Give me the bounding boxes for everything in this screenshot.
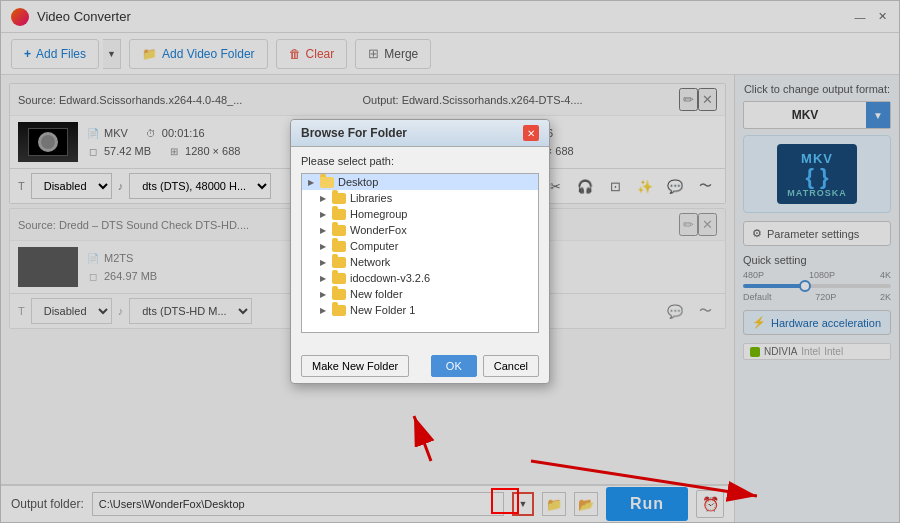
tree-label-network: Network bbox=[350, 256, 390, 268]
tree-label-wonderfox: WonderFox bbox=[350, 224, 407, 236]
folder-icon-newfolder1 bbox=[332, 305, 346, 316]
folder-tree[interactable]: ▶ Desktop ▶ Libraries ▶ Homegroup bbox=[301, 173, 539, 333]
folder-icon-idocdown bbox=[332, 273, 346, 284]
folder-icon-newfolder bbox=[332, 289, 346, 300]
tree-item-newfolder1[interactable]: ▶ New Folder 1 bbox=[302, 302, 538, 318]
tree-arrow-homegroup: ▶ bbox=[320, 210, 328, 219]
tree-arrow: ▶ bbox=[308, 178, 316, 187]
modal-header: Browse For Folder ✕ bbox=[291, 120, 549, 147]
folder-icon-desktop bbox=[320, 177, 334, 188]
tree-label-newfolder1: New Folder 1 bbox=[350, 304, 415, 316]
modal-body: Please select path: ▶ Desktop ▶ Librarie… bbox=[291, 147, 549, 349]
tree-arrow-newfolder1: ▶ bbox=[320, 306, 328, 315]
tree-label-newfolder: New folder bbox=[350, 288, 403, 300]
tree-item-libraries[interactable]: ▶ Libraries bbox=[302, 190, 538, 206]
tree-label-computer: Computer bbox=[350, 240, 398, 252]
modal-title: Browse For Folder bbox=[301, 126, 407, 140]
folder-icon-wonderfox bbox=[332, 225, 346, 236]
tree-arrow-newfolder: ▶ bbox=[320, 290, 328, 299]
tree-item-idocdown[interactable]: ▶ idocdown-v3.2.6 bbox=[302, 270, 538, 286]
cancel-button[interactable]: Cancel bbox=[483, 355, 539, 377]
tree-label-homegroup: Homegroup bbox=[350, 208, 407, 220]
tree-item-newfolder[interactable]: ▶ New folder bbox=[302, 286, 538, 302]
folder-icon-computer bbox=[332, 241, 346, 252]
modal-path-label: Please select path: bbox=[301, 155, 539, 167]
modal-close-button[interactable]: ✕ bbox=[523, 125, 539, 141]
tree-item-desktop[interactable]: ▶ Desktop bbox=[302, 174, 538, 190]
tree-item-wonderfox[interactable]: ▶ WonderFox bbox=[302, 222, 538, 238]
folder-icon-network bbox=[332, 257, 346, 268]
modal-footer: Make New Folder OK Cancel bbox=[291, 349, 549, 383]
tree-item-homegroup[interactable]: ▶ Homegroup bbox=[302, 206, 538, 222]
folder-icon-libraries bbox=[332, 193, 346, 204]
tree-arrow-computer: ▶ bbox=[320, 242, 328, 251]
tree-label-idocdown: idocdown-v3.2.6 bbox=[350, 272, 430, 284]
make-new-folder-button[interactable]: Make New Folder bbox=[301, 355, 409, 377]
tree-item-network[interactable]: ▶ Network bbox=[302, 254, 538, 270]
tree-arrow-libraries: ▶ bbox=[320, 194, 328, 203]
tree-label-libraries: Libraries bbox=[350, 192, 392, 204]
tree-arrow-wonderfox: ▶ bbox=[320, 226, 328, 235]
tree-item-computer[interactable]: ▶ Computer bbox=[302, 238, 538, 254]
tree-arrow-idocdown: ▶ bbox=[320, 274, 328, 283]
browse-folder-modal: Browse For Folder ✕ Please select path: … bbox=[290, 119, 550, 384]
ok-button[interactable]: OK bbox=[431, 355, 477, 377]
tree-arrow-network: ▶ bbox=[320, 258, 328, 267]
modal-overlay: Browse For Folder ✕ Please select path: … bbox=[1, 1, 899, 522]
tree-label-desktop: Desktop bbox=[338, 176, 378, 188]
folder-icon-homegroup bbox=[332, 209, 346, 220]
